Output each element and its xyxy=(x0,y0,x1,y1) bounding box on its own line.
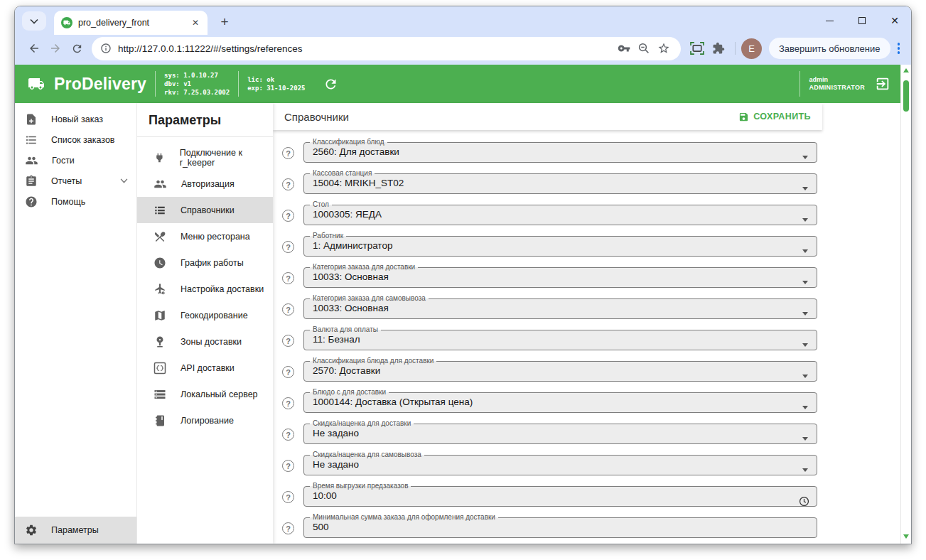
select-field-delivery-order-category[interactable]: Категория заказа для доставки 10033: Осн… xyxy=(303,264,817,288)
sidebar-item-label: Отчеты xyxy=(51,176,82,186)
menu-item-work-schedule[interactable]: График работы xyxy=(137,249,273,276)
extensions-puzzle-icon[interactable] xyxy=(708,38,729,59)
header-divider xyxy=(238,71,239,97)
menu-item-delivery-settings[interactable]: Настройка доставки xyxy=(137,276,273,302)
field-help-icon[interactable]: ? xyxy=(282,241,294,253)
sidebar-item-parameters[interactable]: Параметры xyxy=(15,517,136,544)
field-help-icon[interactable]: ? xyxy=(282,491,294,503)
bookmark-star-icon[interactable] xyxy=(654,38,674,58)
password-key-icon[interactable] xyxy=(614,38,634,58)
scroll-down-icon[interactable] xyxy=(903,534,909,539)
select-field-delivery-dish-classification[interactable]: Классификация блюда для доставки 2570: Д… xyxy=(303,357,817,382)
dropdown-caret-icon[interactable] xyxy=(802,156,808,159)
menu-item-references[interactable]: Справочники xyxy=(137,197,273,223)
menu-item-label: Настройка доставки xyxy=(181,284,264,294)
pin-icon xyxy=(154,335,166,348)
dropdown-caret-icon[interactable] xyxy=(802,375,808,378)
address-bar[interactable]: http://127.0.0.1:11222/#/settings/refere… xyxy=(92,37,681,60)
select-field-dish-classification[interactable]: Классификация блюд 2560: Для доставки xyxy=(303,139,817,163)
time-picker-clock-icon[interactable] xyxy=(799,496,809,507)
field-help-icon[interactable]: ? xyxy=(282,522,294,534)
menu-item-logging[interactable]: Логирование xyxy=(137,407,273,434)
select-field-table[interactable]: Стол 1000305: ЯЕДА xyxy=(303,201,817,225)
text-field-min-delivery-order-sum[interactable]: Минимальная сумма заказа для оформления … xyxy=(303,514,817,538)
field-help-icon[interactable]: ? xyxy=(282,429,294,441)
dropdown-caret-icon[interactable] xyxy=(802,437,808,441)
forward-button[interactable] xyxy=(45,38,66,59)
menu-item-label: Меню ресторана xyxy=(181,232,250,242)
dropdown-caret-icon[interactable] xyxy=(802,218,808,222)
browser-tab[interactable]: pro_delivery_front ✕ xyxy=(54,11,208,35)
dropdown-caret-icon[interactable] xyxy=(802,343,808,347)
list-icon xyxy=(25,134,38,146)
menu-item-local-server[interactable]: Локальный сервер xyxy=(137,381,273,407)
dropdown-caret-icon[interactable] xyxy=(802,249,808,253)
license-block: lic: ok exp: 31-10-2025 xyxy=(247,75,305,92)
select-field-pickup-order-category[interactable]: Категория заказа для самовывоза 10033: О… xyxy=(303,295,817,319)
site-info-icon[interactable] xyxy=(100,43,112,54)
new-tab-button[interactable]: + xyxy=(215,13,234,31)
field-help-icon[interactable]: ? xyxy=(282,178,294,190)
field-value: 15004: MRIKH_ST02 xyxy=(304,178,817,193)
menu-item-geocoding[interactable]: Геокодирование xyxy=(137,302,273,328)
sidebar-item-order-list[interactable]: Список заказов xyxy=(15,129,136,150)
refresh-icon[interactable] xyxy=(323,77,338,92)
field-help-icon[interactable]: ? xyxy=(282,210,294,222)
zoom-out-icon[interactable] xyxy=(634,38,654,58)
field-help-icon[interactable]: ? xyxy=(282,303,294,316)
field-label: Категория заказа для самовывоза xyxy=(310,295,429,302)
select-field-cash-station[interactable]: Кассовая станция 15004: MRIKH_ST02 xyxy=(303,170,817,194)
back-button[interactable] xyxy=(23,38,45,59)
scroll-up-icon[interactable] xyxy=(903,68,909,72)
scrollbar-thumb[interactable] xyxy=(903,80,909,112)
sidebar-item-help[interactable]: Помощь xyxy=(15,191,136,212)
profile-avatar[interactable]: E xyxy=(741,38,762,59)
menu-item-delivery-zones[interactable]: Зоны доставки xyxy=(137,328,273,355)
dropdown-caret-icon[interactable] xyxy=(802,468,808,472)
field-help-icon[interactable]: ? xyxy=(282,335,294,347)
tab-close-icon[interactable]: ✕ xyxy=(189,16,202,29)
field-help-icon[interactable]: ? xyxy=(282,366,294,378)
minimize-icon xyxy=(826,21,834,21)
sidebar-item-reports[interactable]: Отчеты xyxy=(15,171,136,191)
people-icon xyxy=(154,178,167,190)
menu-item-rkeeper-connection[interactable]: Подключение к r_keeper xyxy=(137,144,273,171)
field-help-icon[interactable]: ? xyxy=(282,147,294,159)
tab-search-button[interactable] xyxy=(22,11,46,31)
save-button[interactable]: СОХРАНИТЬ xyxy=(738,112,811,122)
sidebar-item-new-order[interactable]: Новый заказ xyxy=(15,109,136,129)
finish-update-button[interactable]: Завершить обновление xyxy=(769,38,890,59)
field-help-icon[interactable]: ? xyxy=(282,272,294,284)
dropdown-caret-icon[interactable] xyxy=(802,187,808,190)
menu-item-restaurant-menu[interactable]: Меню ресторана xyxy=(137,223,273,249)
time-field-preorder-unload-time[interactable]: Время выгрузки предзаказов 10:00 xyxy=(303,483,817,507)
page-scrollbar[interactable] xyxy=(900,65,911,544)
select-field-delivery-discount[interactable]: Скидка/наценка для доставки Не задано xyxy=(303,420,817,444)
reload-button[interactable] xyxy=(66,38,87,59)
map-icon xyxy=(154,309,166,322)
url-text[interactable]: http://127.0.0.1:11222/#/settings/refere… xyxy=(118,43,614,54)
user-name: admin xyxy=(809,76,865,84)
menu-item-authorization[interactable]: Авторизация xyxy=(137,171,273,197)
close-button[interactable]: ✕ xyxy=(878,6,911,35)
select-field-payment-currency[interactable]: Валюта для оплаты 11: Безнал xyxy=(303,326,817,350)
toolbar-separator xyxy=(735,42,736,55)
field-label: Кассовая станция xyxy=(310,170,375,177)
menu-item-delivery-api[interactable]: API доставки xyxy=(137,355,273,381)
field-help-icon[interactable]: ? xyxy=(282,460,294,472)
dropdown-caret-icon[interactable] xyxy=(802,312,808,316)
field-help-icon[interactable]: ? xyxy=(282,397,294,409)
maximize-button[interactable] xyxy=(846,6,878,35)
tab-capture-icon[interactable] xyxy=(687,38,708,59)
list-icon xyxy=(154,204,166,217)
browser-menu-icon[interactable] xyxy=(898,43,900,54)
dropdown-caret-icon[interactable] xyxy=(802,406,808,409)
select-field-delivery-dish[interactable]: Блюдо с для доставки 1000144: Доставка (… xyxy=(303,389,817,413)
forward-icon xyxy=(49,42,62,55)
logout-icon[interactable] xyxy=(875,76,890,92)
select-field-employee[interactable]: Работник 1: Администратор xyxy=(303,232,817,257)
select-field-pickup-discount[interactable]: Скидка/наценка для самовывоза Не задано xyxy=(303,451,817,475)
dropdown-caret-icon[interactable] xyxy=(802,281,808,284)
sidebar-item-guests[interactable]: Гости xyxy=(15,150,136,171)
minimize-button[interactable] xyxy=(813,6,846,35)
